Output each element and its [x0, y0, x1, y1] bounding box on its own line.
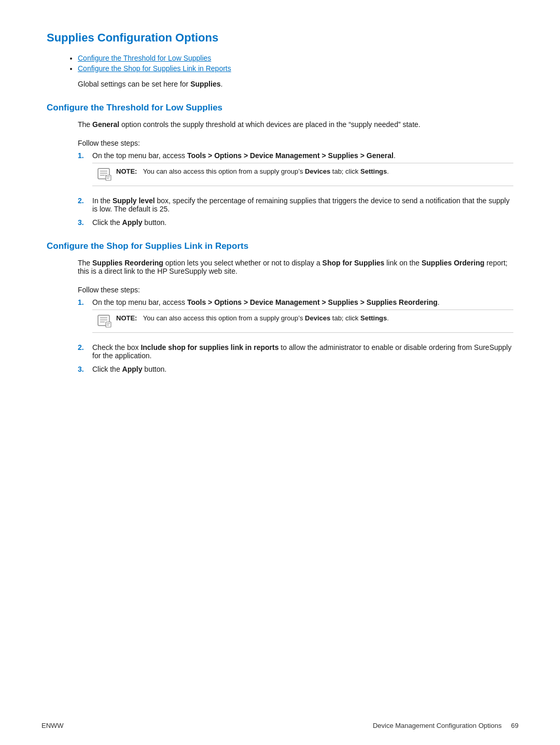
section2-follow: Follow these steps: — [47, 286, 513, 294]
s2-step-number-2: 2. — [78, 343, 90, 352]
s2-step1-before: On the top menu bar, access — [92, 298, 187, 306]
s2-step3-before: Click the — [92, 365, 122, 373]
s2-note-after: . — [387, 314, 389, 322]
intro-bold: Supplies — [190, 80, 220, 88]
toc-list: Configure the Threshold for Low Supplies… — [47, 54, 513, 73]
step2-after: box, specify the percentage of remaining… — [92, 196, 510, 213]
s2-step2-bold: Include shop for supplies link in report… — [141, 343, 278, 352]
section2-intro: The Supplies Reordering option lets you … — [47, 259, 513, 275]
s2-note-mid: tab; click — [330, 314, 360, 322]
step-3-content: Click the Apply button. — [92, 218, 513, 227]
note-icon — [97, 168, 112, 181]
note-mid: tab; click — [330, 167, 360, 175]
s2-note-before: You can also access this option from a s… — [143, 314, 305, 322]
s2-step-3-content: Click the Apply button. — [92, 365, 513, 373]
note-after: . — [387, 167, 389, 175]
note-icon-2 — [97, 315, 112, 328]
step-number-3: 3. — [78, 218, 90, 227]
s2-intro-bold3: Supplies Ordering — [422, 259, 484, 267]
s2-intro-before: The — [78, 259, 92, 267]
page-content: Supplies Configuration Options Configure… — [47, 31, 513, 373]
step-number-2: 2. — [78, 196, 90, 205]
step3-bold: Apply — [122, 218, 143, 227]
note-text-before: You can also access this option from a s… — [143, 167, 305, 175]
section1-intro: The General option controls the supply t… — [47, 120, 513, 129]
s2-step-number-3: 3. — [78, 365, 90, 373]
intro-end: . — [220, 80, 222, 88]
section2-steps: 1. On the top menu bar, access Tools > O… — [47, 298, 513, 373]
intro-paragraph: Global settings can be set here for Supp… — [47, 80, 513, 88]
note-bold1: Devices — [305, 167, 330, 175]
section1-title: Configure the Threshold for Low Supplies — [47, 103, 513, 113]
section1-note-box: NOTE: You can also access this option fr… — [92, 163, 513, 186]
note-label-1: NOTE: — [116, 167, 137, 175]
section2-title: Configure the Shop for Supplies Link in … — [47, 241, 513, 251]
s2-step-2-content: Check the box Include shop for supplies … — [92, 343, 513, 360]
s2-step-number-1: 1. — [78, 298, 90, 306]
toc-link-1[interactable]: Configure the Threshold for Low Supplies — [78, 54, 211, 62]
s2-note-label: NOTE: — [116, 314, 137, 322]
s2-step2-before: Check the box — [92, 343, 141, 352]
step-1-content: On the top menu bar, access Tools > Opti… — [92, 151, 513, 191]
s2-step3-bold: Apply — [122, 365, 143, 373]
toc-item-2: Configure the Shop for Supplies Link in … — [78, 64, 513, 73]
step1-after: . — [394, 151, 396, 160]
step1-before: On the top menu bar, access — [92, 151, 187, 160]
svg-rect-11 — [106, 322, 111, 327]
section1-steps: 1. On the top menu bar, access Tools > O… — [47, 151, 513, 227]
s2-intro-mid2: link on the — [384, 259, 422, 267]
s2-intro-mid1: option lets you select whether or not to… — [163, 259, 323, 267]
section2-step-3: 3. Click the Apply button. — [78, 365, 513, 373]
section1-follow: Follow these steps: — [47, 139, 513, 147]
step1-bold: Tools > Options > Device Management > Su… — [187, 151, 394, 160]
step3-before: Click the — [92, 218, 122, 227]
step2-bold: Supply level — [113, 196, 155, 205]
s2-step1-after: . — [438, 298, 440, 306]
footer-center: Device Management Configuration Options … — [373, 722, 519, 729]
section1-step-2: 2. In the Supply level box, specify the … — [78, 196, 513, 213]
s2-intro-bold1: Supplies Reordering — [92, 259, 163, 267]
page-footer: ENWW Device Management Configuration Opt… — [41, 722, 519, 729]
section2-note-box: NOTE: You can also access this option fr… — [92, 310, 513, 333]
s2-note-bold2: Settings — [360, 314, 387, 322]
section2-step-1: 1. On the top menu bar, access Tools > O… — [78, 298, 513, 338]
section1-intro-rest: option controls the supply threshold at … — [119, 120, 421, 129]
s2-step-1-content: On the top menu bar, access Tools > Opti… — [92, 298, 513, 338]
s2-note-bold1: Devices — [305, 314, 330, 322]
step-number-1: 1. — [78, 151, 90, 160]
note-content: NOTE: You can also access this option fr… — [116, 167, 389, 175]
section2-step-2: 2. Check the box Include shop for suppli… — [78, 343, 513, 360]
step3-after: button. — [142, 218, 166, 227]
section1-step-1: 1. On the top menu bar, access Tools > O… — [78, 151, 513, 191]
s2-step1-bold: Tools > Options > Device Management > Su… — [187, 298, 438, 306]
step-2-content: In the Supply level box, specify the per… — [92, 196, 513, 213]
s2-note-content: NOTE: You can also access this option fr… — [116, 314, 389, 322]
section1-step-3: 3. Click the Apply button. — [78, 218, 513, 227]
section1-intro-bold: General — [92, 120, 119, 129]
s2-intro-bold2: Shop for Supplies — [323, 259, 385, 267]
footer-left: ENWW — [41, 722, 64, 729]
intro-text: Global settings can be set here for — [78, 80, 190, 88]
toc-link-2[interactable]: Configure the Shop for Supplies Link in … — [78, 64, 231, 73]
main-title: Supplies Configuration Options — [47, 31, 513, 45]
toc-item-1: Configure the Threshold for Low Supplies — [78, 54, 513, 62]
section1-intro-before: The — [78, 120, 92, 129]
s2-step3-after: button. — [142, 365, 166, 373]
note-bold2: Settings — [360, 167, 387, 175]
step2-before: In the — [92, 196, 113, 205]
